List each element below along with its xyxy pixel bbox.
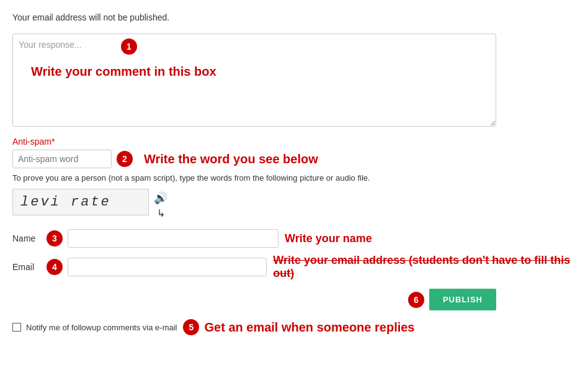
antispam-input[interactable] [12, 150, 112, 168]
name-input[interactable] [68, 229, 278, 248]
captcha-image-area: levi rate 🔊 ↳ [12, 189, 576, 219]
captcha-audio-controls: 🔊 ↳ [154, 189, 167, 219]
comment-box-wrapper: Your response... 1 Write your comment in… [12, 34, 496, 127]
email-input[interactable] [68, 258, 267, 276]
step-badge-4: 4 [47, 259, 63, 275]
notify-label: Notify me of followup comments via e-mai… [26, 323, 177, 332]
step-badge-1: 1 [121, 38, 137, 55]
antispam-row: 2 Write the word you see below [12, 150, 576, 168]
email-row: Email 4 Write your email address (studen… [12, 254, 576, 280]
name-instruction: Write your name [285, 232, 372, 245]
refresh-icon[interactable]: ↳ [157, 207, 165, 219]
captcha-hint: To prove you are a person (not a spam sc… [12, 173, 576, 183]
email-label: Email [12, 262, 47, 272]
email-instruction: Write your email address (students don't… [273, 254, 576, 280]
comment-textarea[interactable] [12, 34, 496, 127]
antispam-label: Anti-spam* [12, 137, 576, 147]
notify-row: Notify me of followup comments via e-mai… [12, 319, 496, 335]
publish-row: 6 PUBLISH [12, 289, 496, 310]
name-field-content: 3 Write your name [47, 229, 576, 248]
email-notice: Your email address will not be published… [12, 12, 576, 22]
notify-instruction: Get an email when someone replies [204, 320, 414, 335]
step-badge-2: 2 [117, 151, 133, 167]
step-badge-3: 3 [47, 230, 63, 246]
form-table: Name 3 Write your name Email 4 Write you… [12, 229, 576, 280]
audio-icon[interactable]: 🔊 [154, 191, 167, 205]
email-field-content: 4 Write your email address (students don… [47, 254, 576, 280]
publish-button[interactable]: PUBLISH [429, 289, 496, 310]
name-label: Name [12, 233, 47, 243]
captcha-text: levi rate [12, 189, 149, 215]
notify-checkbox[interactable] [12, 323, 21, 332]
name-row: Name 3 Write your name [12, 229, 576, 248]
antispam-instruction: Write the word you see below [144, 152, 318, 166]
step-badge-5: 5 [183, 319, 199, 335]
step-badge-6: 6 [408, 292, 424, 308]
